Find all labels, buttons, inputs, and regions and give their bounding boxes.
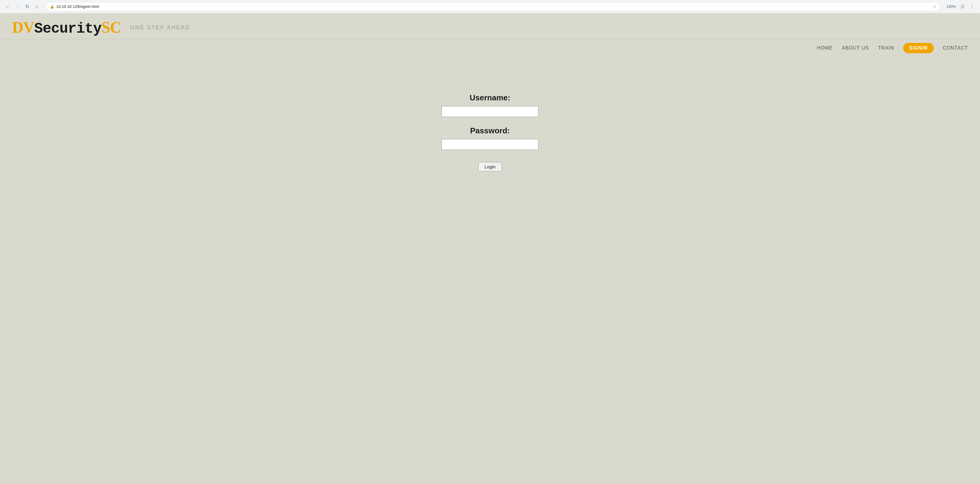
nav-contact[interactable]: CONTACT (943, 45, 968, 51)
nav-home[interactable]: HOME (817, 45, 833, 51)
browser-chrome: ← → ↻ ⌂ 🔒 10.10.10.129/signin.html ☆ 190… (0, 0, 980, 13)
extensions-button[interactable]: ☷ (958, 2, 967, 11)
security-icon: 🔒 (50, 5, 54, 9)
forward-button[interactable]: → (13, 2, 22, 11)
username-label: Username: (470, 93, 510, 103)
website: DVSecuritySC ONE STEP AHEAD HOME ABOUT U… (0, 13, 980, 484)
site-nav: HOME ABOUT US TRAIN SIGNIN CONTACT (0, 39, 980, 57)
logo: DVSecuritySC (12, 19, 121, 36)
site-header: DVSecuritySC ONE STEP AHEAD (0, 13, 980, 39)
header-top: DVSecuritySC ONE STEP AHEAD (12, 19, 968, 39)
logo-security: Security (34, 21, 101, 37)
nav-train[interactable]: TRAIN (878, 45, 894, 51)
back-button[interactable]: ← (4, 2, 12, 11)
logo-dv: DV (12, 19, 34, 36)
nav-about-us[interactable]: ABOUT US (842, 45, 869, 51)
login-button[interactable]: Login (478, 162, 502, 171)
menu-button[interactable]: ⋮ (968, 2, 976, 11)
nav-signin[interactable]: SIGNIN (903, 43, 934, 53)
address-bar[interactable]: 🔒 10.10.10.129/signin.html ☆ (46, 2, 940, 11)
password-input[interactable] (442, 139, 538, 150)
username-input[interactable] (442, 106, 538, 117)
password-label: Password: (470, 126, 510, 135)
login-form: Username: Password: Login (442, 93, 538, 171)
logo-sc: SC (102, 19, 121, 36)
browser-nav-buttons: ← → ↻ ⌂ (4, 2, 41, 11)
browser-actions: 190% ☷ ⋮ (945, 2, 976, 11)
zoom-level: 190% (945, 5, 957, 9)
tagline: ONE STEP AHEAD (130, 24, 190, 31)
home-button[interactable]: ⌂ (33, 2, 41, 11)
reload-button[interactable]: ↻ (23, 2, 32, 11)
url-text: 10.10.10.129/signin.html (56, 4, 931, 9)
main-content: Username: Password: Login (0, 57, 980, 190)
bookmark-icon[interactable]: ☆ (932, 4, 937, 9)
